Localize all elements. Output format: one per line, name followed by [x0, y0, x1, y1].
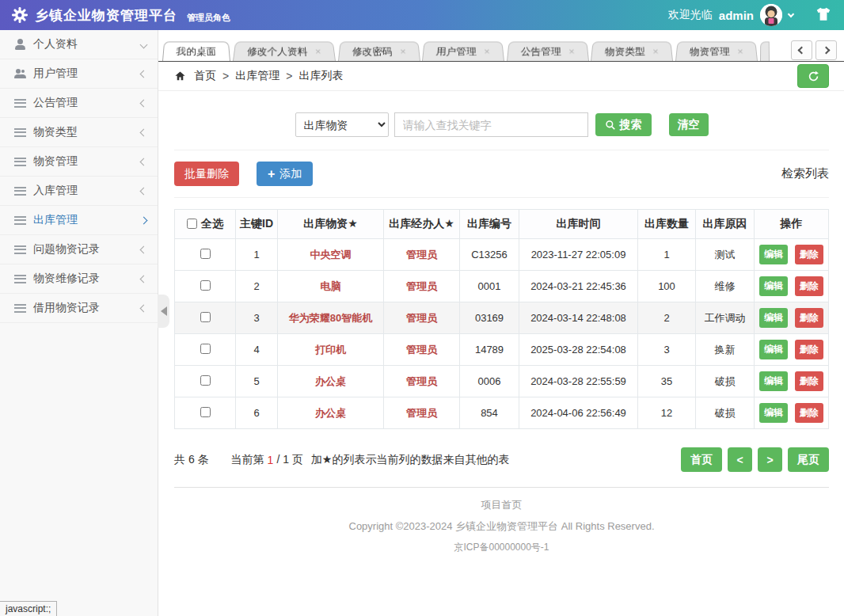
chevron-left-icon: [140, 99, 148, 107]
app-title: 乡镇企业物资管理平台: [35, 6, 177, 25]
edit-button[interactable]: 编辑: [759, 276, 788, 296]
sidebar-item-出库管理[interactable]: 出库管理: [0, 206, 158, 235]
chevron-left-icon: [140, 275, 148, 283]
edit-button[interactable]: 编辑: [759, 403, 788, 423]
home-icon: [174, 70, 186, 82]
theme-tshirt-icon[interactable]: [814, 6, 833, 25]
delete-button[interactable]: 删除: [795, 245, 823, 264]
sidebar-item-个人资料[interactable]: 个人资料: [0, 30, 158, 59]
tab-close-icon[interactable]: ×: [568, 47, 575, 56]
table-body: 1 中央空调 管理员 C13256 2023-11-27 22:05:09 1 …: [175, 239, 829, 429]
footer: 项目首页 Copyright ©2023-2024 乡镇企业物资管理平台 All…: [174, 487, 829, 554]
search-field-select[interactable]: 出库物资: [295, 112, 389, 137]
batch-delete-button[interactable]: 批量删除: [174, 162, 239, 186]
item-link[interactable]: 办公桌: [315, 375, 346, 387]
select-all-checkbox[interactable]: [187, 219, 197, 229]
list-title: 检索列表: [781, 166, 829, 181]
sidebar-item-借用物资记录[interactable]: 借用物资记录: [0, 294, 158, 323]
breadcrumb-item[interactable]: 首页: [194, 69, 216, 83]
edit-button[interactable]: 编辑: [759, 340, 788, 359]
tab-close-icon[interactable]: ×: [737, 47, 743, 56]
avatar[interactable]: [760, 4, 782, 26]
operator-link[interactable]: 管理员: [406, 280, 437, 292]
project-home-link[interactable]: 项目首页: [481, 498, 523, 512]
search-button[interactable]: 搜索: [595, 113, 652, 136]
copyright-text: Copyright ©2023-2024 乡镇企业物资管理平台 All Righ…: [174, 519, 829, 534]
delete-button[interactable]: 删除: [795, 403, 823, 423]
collapse-arrow-icon: [161, 306, 167, 316]
tab-close-icon[interactable]: ×: [652, 47, 659, 56]
clear-button[interactable]: 清空: [669, 113, 709, 136]
sidebar-item-物资管理[interactable]: 物资管理: [0, 147, 158, 177]
list-icon: [14, 245, 26, 254]
operator-link[interactable]: 管理员: [406, 407, 437, 419]
item-link[interactable]: 中央空调: [310, 249, 352, 260]
first-page-button[interactable]: 首页: [681, 447, 722, 472]
table-row: 4 打印机 管理员 14789 2025-03-28 22:54:08 3 换新…: [175, 334, 829, 366]
refresh-button[interactable]: [797, 64, 829, 88]
sidebar-item-用户管理[interactable]: 用户管理: [0, 59, 158, 89]
breadcrumb-separator: >: [222, 70, 229, 82]
item-link[interactable]: 电脑: [321, 280, 341, 292]
delete-button[interactable]: 删除: [795, 308, 823, 328]
tab-修改个人资料[interactable]: 修改个人资料 ×: [233, 41, 336, 61]
sidebar-item-物资维修记录[interactable]: 物资维修记录: [0, 264, 158, 294]
plus-icon: +: [268, 168, 275, 181]
edit-button[interactable]: 编辑: [759, 245, 788, 264]
current-page-number: 1: [268, 454, 274, 466]
delete-button[interactable]: 删除: [795, 340, 823, 359]
breadcrumb-item[interactable]: 出库列表: [298, 69, 343, 83]
tab-close-icon[interactable]: ×: [315, 47, 322, 56]
operator-link[interactable]: 管理员: [406, 312, 437, 324]
last-page-button[interactable]: 尾页: [788, 447, 829, 472]
tab-物资管理[interactable]: 物资管理 ×: [675, 41, 758, 61]
tab-公告管理[interactable]: 公告管理 ×: [507, 41, 589, 61]
sidebar-item-问题物资记录[interactable]: 问题物资记录: [0, 235, 158, 264]
chevron-right-icon: [140, 216, 148, 224]
tab-我的桌面[interactable]: 我的桌面: [162, 41, 230, 61]
operator-link[interactable]: 管理员: [406, 344, 437, 356]
edit-button[interactable]: 编辑: [759, 308, 788, 328]
tab-close-icon[interactable]: ×: [484, 47, 490, 56]
tab-close-icon[interactable]: ×: [400, 47, 406, 56]
add-button[interactable]: + 添加: [257, 162, 313, 186]
row-checkbox[interactable]: [200, 407, 211, 417]
operator-link[interactable]: 管理员: [406, 249, 437, 260]
row-checkbox[interactable]: [200, 280, 211, 291]
sidebar-collapse-handle[interactable]: [158, 295, 169, 328]
table-row: 2 电脑 管理员 0001 2024-03-21 22:45:36 100 维修…: [175, 271, 829, 302]
operator-link[interactable]: 管理员: [406, 375, 437, 387]
row-checkbox[interactable]: [200, 375, 211, 386]
sidebar-item-公告管理[interactable]: 公告管理: [0, 89, 158, 118]
edit-button[interactable]: 编辑: [759, 371, 788, 391]
search-bar: 出库物资 搜索 清空: [174, 91, 829, 150]
tab-修改密码[interactable]: 修改密码 ×: [338, 41, 420, 61]
delete-button[interactable]: 删除: [795, 371, 823, 391]
breadcrumb: 首页>出库管理>出库列表: [174, 69, 343, 83]
sidebar-item-入库管理[interactable]: 入库管理: [0, 177, 158, 206]
row-checkbox[interactable]: [200, 249, 211, 259]
tabs-next-button[interactable]: [815, 40, 837, 60]
tab-物资类型[interactable]: 物资类型 ×: [591, 41, 673, 61]
search-input[interactable]: [394, 112, 588, 137]
tabs-prev-button[interactable]: [791, 40, 812, 60]
user-role-label: 管理员角色: [187, 12, 230, 24]
icp-text: 京ICP备00000000号-1: [174, 541, 829, 554]
sidebar-item-物资类型[interactable]: 物资类型: [0, 118, 158, 147]
item-link[interactable]: 办公桌: [315, 407, 346, 419]
star-note: 加★的列表示当前列的数据来自其他的表: [311, 453, 510, 467]
item-link[interactable]: 打印机: [315, 344, 346, 356]
delete-button[interactable]: 删除: [795, 276, 823, 296]
user-menu-chevron-down-icon[interactable]: [788, 10, 794, 17]
row-checkbox[interactable]: [200, 312, 211, 322]
user-icon: [14, 39, 26, 50]
row-checkbox[interactable]: [200, 344, 211, 354]
breadcrumb-item[interactable]: 出库管理: [235, 69, 279, 83]
table-row: 5 办公桌 管理员 0006 2024-03-28 22:55:59 35 破损…: [175, 366, 829, 397]
prev-page-button[interactable]: <: [728, 447, 752, 472]
list-icon: [14, 187, 26, 196]
list-icon: [14, 216, 26, 225]
item-link[interactable]: 华为荣耀80智能机: [289, 312, 372, 324]
next-page-button[interactable]: >: [758, 447, 782, 472]
tab-用户管理[interactable]: 用户管理 ×: [422, 41, 504, 61]
